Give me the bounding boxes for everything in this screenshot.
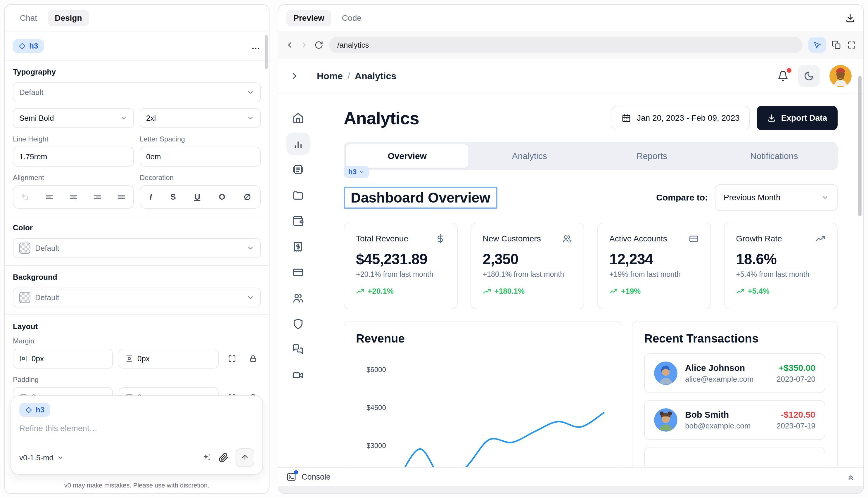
- stat-card-total-revenue: Total Revenue $45,231.89 +20.1% from las…: [344, 223, 458, 309]
- align-center-icon[interactable]: [69, 193, 78, 201]
- strikethrough-icon[interactable]: S: [170, 192, 176, 202]
- rail-messages-icon[interactable]: [286, 338, 310, 361]
- recent-transactions-card: Recent Transactions Alice Johnson alice@…: [632, 321, 838, 467]
- transaction-date: 2023-07-20: [777, 375, 815, 384]
- app-preview-viewport: Home / Analytics: [278, 58, 863, 467]
- align-justify-icon[interactable]: [117, 193, 126, 201]
- user-avatar[interactable]: [829, 65, 852, 87]
- color-title: Color: [13, 223, 261, 232]
- reset-alignment-icon[interactable]: [21, 193, 30, 201]
- download-icon[interactable]: [845, 13, 855, 23]
- date-range-button[interactable]: Jan 20, 2023 - Feb 09, 2023: [612, 106, 750, 130]
- refresh-icon[interactable]: [314, 41, 323, 49]
- rail-invoice-icon[interactable]: [286, 158, 310, 181]
- overline-icon[interactable]: O: [219, 192, 225, 202]
- align-left-icon[interactable]: [45, 193, 54, 201]
- copy-icon[interactable]: [832, 40, 841, 50]
- paperclip-icon[interactable]: [219, 453, 228, 463]
- underline-icon[interactable]: U: [194, 192, 200, 202]
- arrow-up-icon: [241, 454, 249, 462]
- selected-element-badge[interactable]: h3: [13, 39, 44, 53]
- line-height-input[interactable]: 1.75rem: [13, 147, 134, 167]
- sidebar-expand-icon[interactable]: [290, 71, 299, 81]
- no-decoration-icon[interactable]: ∅: [244, 192, 251, 202]
- tab-code[interactable]: Code: [335, 10, 369, 26]
- rail-shield-icon[interactable]: [286, 313, 310, 335]
- transparent-swatch-icon: [19, 292, 30, 303]
- letter-spacing-input[interactable]: 0em: [140, 147, 261, 167]
- fullscreen-icon[interactable]: [847, 40, 856, 50]
- tab-overview[interactable]: Overview: [346, 144, 469, 168]
- expand-margin-icon[interactable]: [224, 351, 240, 366]
- tab-chat[interactable]: Chat: [13, 10, 44, 26]
- breadcrumb-current: Analytics: [355, 71, 396, 81]
- lock-margin-icon[interactable]: [246, 351, 261, 366]
- rail-credit-card-icon[interactable]: [286, 261, 310, 284]
- transaction-row-clipped[interactable]: [644, 447, 825, 467]
- font-family-select[interactable]: Default: [13, 82, 261, 102]
- rail-receipt-icon[interactable]: [286, 236, 310, 258]
- calendar-icon: [622, 114, 631, 123]
- margin-x-input[interactable]: 0px: [13, 349, 113, 368]
- more-menu-icon[interactable]: …: [251, 41, 261, 51]
- tab-analytics[interactable]: Analytics: [469, 144, 591, 168]
- revenue-chart-card: Revenue $6000 $4500 $3000: [344, 321, 621, 467]
- rail-users-icon[interactable]: [286, 287, 310, 309]
- transaction-row[interactable]: Alice Johnson alice@example.com +$350.00…: [644, 353, 825, 393]
- model-select[interactable]: v0-1.5-md: [19, 453, 63, 462]
- compare-select[interactable]: Previous Month: [715, 184, 838, 211]
- console-bar[interactable]: Console: [278, 467, 863, 486]
- refine-composer: h3 Refine this element… v0-1.5-md: [11, 395, 263, 475]
- transaction-amount: +$350.00: [777, 363, 815, 373]
- composer-element-badge[interactable]: h3: [19, 403, 50, 417]
- chevron-down-icon: [247, 114, 254, 122]
- background-select[interactable]: Default: [13, 288, 261, 307]
- notifications-bell-icon[interactable]: [777, 70, 789, 81]
- chevron-down-icon: [57, 455, 63, 461]
- preview-scrollbar[interactable]: [858, 76, 862, 216]
- dashboard-tabs: Overview Analytics Reports Notifications: [344, 142, 838, 170]
- url-input[interactable]: /analytics: [329, 37, 803, 53]
- breadcrumb-home[interactable]: Home: [317, 71, 343, 81]
- back-icon[interactable]: [285, 41, 294, 49]
- letter-spacing-label: Letter Spacing: [140, 135, 261, 143]
- users-icon: [562, 234, 572, 244]
- element-selection-outline[interactable]: Dashboard Overview: [344, 187, 497, 209]
- align-right-icon[interactable]: [93, 193, 102, 201]
- transaction-row[interactable]: Bob Smith bob@example.com -$120.50 2023-…: [644, 400, 825, 440]
- font-weight-select[interactable]: Semi Bold: [13, 108, 134, 128]
- tab-reports[interactable]: Reports: [591, 144, 713, 168]
- rail-video-icon[interactable]: [286, 364, 310, 386]
- tab-preview[interactable]: Preview: [286, 10, 331, 26]
- left-scrollbar[interactable]: [265, 35, 268, 69]
- design-mode-cursor-icon[interactable]: [808, 37, 826, 53]
- tab-notifications[interactable]: Notifications: [713, 144, 836, 168]
- rail-folder-icon[interactable]: [286, 184, 310, 206]
- italic-icon[interactable]: I: [150, 192, 152, 202]
- chevron-down-icon: [120, 114, 128, 122]
- refine-input[interactable]: Refine this element…: [19, 424, 254, 433]
- console-expand-icon[interactable]: [846, 473, 855, 481]
- sparkles-icon[interactable]: [202, 453, 212, 463]
- typography-section: Typography Default Semi Bold 2xl Line He…: [5, 61, 269, 216]
- margin-y-input[interactable]: 0px: [119, 349, 219, 368]
- app-header: Home / Analytics: [278, 58, 863, 94]
- dashboard-main: Analytics Jan 20, 2023 - Feb 09, 2023 Ex…: [318, 94, 863, 467]
- chevron-down-icon: [247, 89, 254, 96]
- forward-icon[interactable]: [300, 41, 308, 49]
- background-section: Background Default: [5, 265, 269, 314]
- font-size-select[interactable]: 2xl: [140, 108, 261, 128]
- rail-bar-chart-icon[interactable]: [286, 133, 310, 155]
- y-tick: $4500: [367, 404, 386, 411]
- rail-home-icon[interactable]: [286, 107, 310, 129]
- trend-up-icon: [356, 287, 364, 296]
- tab-design[interactable]: Design: [48, 10, 89, 26]
- send-button[interactable]: [236, 448, 254, 467]
- compare-label: Compare to:: [656, 193, 708, 202]
- preview-panel: Preview Code /analytics Home / A: [278, 4, 864, 494]
- selected-element-tag[interactable]: h3: [344, 166, 369, 178]
- color-select[interactable]: Default: [13, 238, 261, 258]
- export-data-button[interactable]: Export Data: [757, 106, 838, 130]
- rail-wallet-icon[interactable]: [286, 210, 310, 232]
- dark-mode-toggle[interactable]: [798, 65, 820, 87]
